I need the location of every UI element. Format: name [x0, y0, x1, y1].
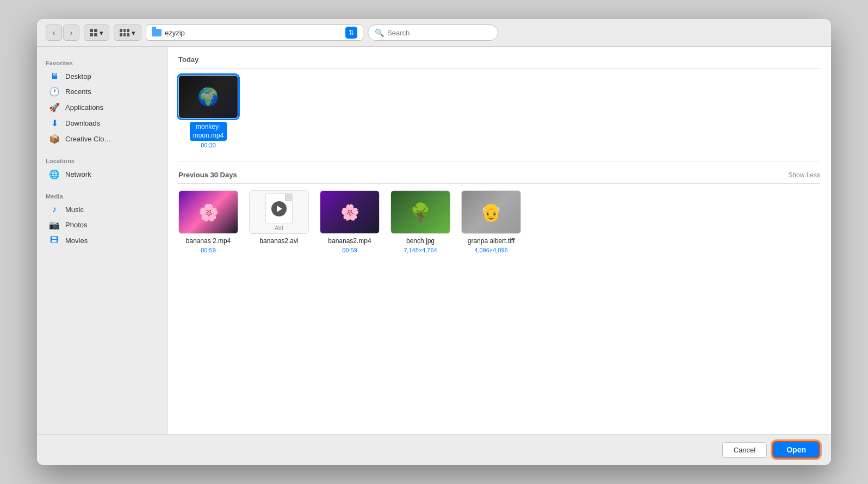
sidebar-item-label: Downloads — [65, 119, 100, 127]
toolbar: ‹ › ▾ ▾ ezyzip ⇅ 🔍 — [37, 19, 831, 47]
dialog-footer: Cancel Open — [37, 434, 831, 465]
file-meta-bananas2: 00:59 — [201, 247, 216, 253]
open-button[interactable]: Open — [772, 441, 820, 458]
file-name-bananas2-avi: bananas2.avi — [259, 237, 298, 246]
file-item-bananas2-mp4[interactable]: bananas 2.mp4 00:59 — [178, 190, 238, 253]
file-name-granpa: granpa albert.tiff — [468, 237, 515, 246]
sidebar-item-desktop[interactable]: 🖥 Desktop — [40, 69, 164, 84]
forward-button[interactable]: › — [63, 24, 79, 41]
grid-view-icon — [90, 29, 97, 36]
file-item-bench[interactable]: bench.jpg 7,148×4,764 — [390, 190, 450, 253]
sidebar-item-movies[interactable]: 🎞 Movies — [40, 233, 164, 248]
sidebar-item-downloads[interactable]: ⬇ Downloads — [40, 115, 164, 131]
avi-file-icon: AVI — [263, 193, 295, 231]
file-thumb-bench — [390, 190, 450, 234]
file-item-monkey-moon[interactable]: monkey-moon.mp4 00:30 — [178, 75, 238, 148]
music-icon: ♪ — [49, 204, 60, 214]
show-less-button[interactable]: Show Less — [788, 171, 820, 179]
main-content: Favorites 🖥 Desktop 🕐 Recents 🚀 Applicat… — [37, 47, 831, 434]
sidebar-item-music[interactable]: ♪ Music — [40, 202, 164, 217]
file-thumb-bananas2 — [178, 190, 238, 234]
sidebar-item-recents[interactable]: 🕐 Recents — [40, 84, 164, 100]
locations-label: Locations — [37, 153, 167, 166]
sidebar-item-label: Desktop — [65, 72, 91, 80]
previous-files-grid: bananas 2.mp4 00:59 AVI bananas2.avi — [178, 190, 820, 253]
file-item-bananas2-mp4-2[interactable]: bananas2.mp4 00:59 — [320, 190, 380, 253]
file-item-bananas2-avi[interactable]: AVI bananas2.avi — [249, 190, 309, 253]
file-thumb-bananas2-avi: AVI — [249, 190, 309, 234]
file-thumb-monkey-moon — [178, 75, 238, 119]
file-meta-bench: 7,148×4,764 — [404, 247, 437, 253]
folder-icon — [152, 29, 162, 36]
applications-icon: 🚀 — [49, 102, 60, 113]
view-columns-chevron: ▾ — [132, 29, 135, 37]
view-grid-chevron: ▾ — [100, 29, 103, 37]
search-input[interactable] — [387, 29, 491, 37]
favorites-label: Favorites — [37, 55, 167, 69]
previous-section-header: Previous 30 Days Show Less — [178, 171, 820, 184]
file-name-bananas2: bananas 2.mp4 — [186, 237, 231, 246]
sidebar-item-label: Creative Clo… — [65, 135, 111, 143]
cancel-button[interactable]: Cancel — [722, 442, 767, 458]
file-open-dialog: ‹ › ▾ ▾ ezyzip ⇅ 🔍 Favorites — [37, 19, 831, 465]
nav-buttons: ‹ › — [46, 24, 79, 41]
file-meta-monkey-moon: 00:30 — [201, 142, 216, 148]
search-icon: 🔍 — [375, 28, 384, 37]
sidebar-item-photos[interactable]: 📷 Photos — [40, 217, 164, 233]
movies-icon: 🎞 — [49, 235, 60, 245]
sidebar-item-label: Photos — [65, 221, 87, 229]
location-bar[interactable]: ezyzip ⇅ — [146, 24, 363, 41]
file-thumb-granpa — [461, 190, 521, 234]
columns-view-icon — [120, 29, 129, 36]
location-name: ezyzip — [165, 29, 342, 37]
file-meta-bananas2-mp4: 00:59 — [342, 247, 357, 253]
view-columns-button[interactable]: ▾ — [114, 24, 141, 41]
sidebar-item-label: Movies — [65, 237, 88, 245]
file-meta-granpa: 4,096×4,096 — [474, 247, 507, 253]
sidebar-item-network[interactable]: 🌐 Network — [40, 166, 164, 182]
today-section-header: Today — [178, 55, 820, 69]
previous-title: Previous 30 Days — [178, 171, 237, 179]
network-icon: 🌐 — [49, 169, 60, 179]
file-thumb-bananas2-mp4 — [320, 190, 380, 234]
content-area: Today monkey-moon.mp4 00:30 Previous 30 … — [168, 47, 831, 434]
downloads-icon: ⬇ — [49, 118, 60, 128]
sidebar-item-label: Network — [65, 170, 91, 178]
location-chevron[interactable]: ⇅ — [345, 27, 357, 39]
file-name-bench: bench.jpg — [406, 237, 435, 246]
sidebar-item-label: Music — [65, 206, 84, 214]
sidebar-item-applications[interactable]: 🚀 Applications — [40, 100, 164, 115]
section-divider — [178, 162, 820, 162]
sidebar-item-label: Recents — [65, 88, 91, 96]
sidebar-item-label: Applications — [65, 103, 103, 111]
desktop-icon: 🖥 — [49, 71, 60, 81]
today-title: Today — [178, 55, 199, 64]
media-label: Media — [37, 189, 167, 202]
creative-icon: 📦 — [49, 134, 60, 144]
recents-icon: 🕐 — [49, 86, 60, 97]
photos-icon: 📷 — [49, 220, 60, 230]
file-name-monkey-moon: monkey-moon.mp4 — [190, 122, 227, 141]
sidebar-item-creative[interactable]: 📦 Creative Clo… — [40, 131, 164, 147]
file-item-granpa[interactable]: granpa albert.tiff 4,096×4,096 — [461, 190, 521, 253]
view-grid-button[interactable]: ▾ — [84, 24, 109, 41]
today-files-grid: monkey-moon.mp4 00:30 — [178, 75, 820, 148]
file-name-bananas2-mp4: bananas2.mp4 — [328, 237, 371, 246]
sidebar: Favorites 🖥 Desktop 🕐 Recents 🚀 Applicat… — [37, 47, 168, 434]
search-bar[interactable]: 🔍 — [368, 24, 498, 41]
back-button[interactable]: ‹ — [46, 24, 62, 41]
